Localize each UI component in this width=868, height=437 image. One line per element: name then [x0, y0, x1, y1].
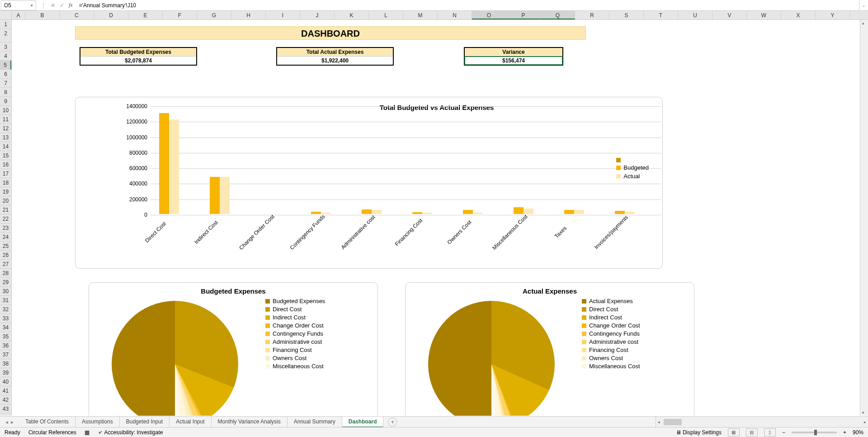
column-header-Y[interactable]: Y [816, 11, 850, 19]
check-icon[interactable]: ✓ [60, 2, 64, 9]
dropdown-icon[interactable]: ⋮ [41, 2, 46, 9]
row-header-20[interactable]: 20 [0, 196, 11, 205]
cancel-icon[interactable]: ✕ [51, 2, 55, 9]
zoom-plus[interactable]: + [843, 429, 846, 436]
row-header-27[interactable]: 27 [0, 260, 11, 269]
row-header-43[interactable]: 43 [0, 404, 11, 413]
column-header-Q[interactable]: Q [541, 11, 575, 19]
pie-chart-actual[interactable]: Actual Expenses Actual ExpensesDirect Co… [405, 282, 694, 416]
sheet-tab-assumptions[interactable]: Assumptions [75, 417, 120, 428]
zoom-level[interactable]: 90% [853, 429, 863, 436]
column-header-I[interactable]: I [266, 11, 300, 19]
column-header-U[interactable]: U [678, 11, 712, 19]
name-box[interactable]: O5 ▾ [1, 0, 36, 10]
view-page-layout-icon[interactable]: ▤ [746, 428, 758, 437]
row-header-31[interactable]: 31 [0, 296, 11, 305]
view-normal-icon[interactable]: ▦ [728, 428, 740, 437]
row-header-21[interactable]: 21 [0, 205, 11, 214]
row-header-7[interactable]: 7 [0, 79, 11, 88]
row-header-35[interactable]: 35 [0, 332, 11, 341]
row-header-30[interactable]: 30 [0, 287, 11, 296]
column-header-L[interactable]: L [369, 11, 403, 19]
column-header-D[interactable]: D [94, 11, 128, 19]
horizontal-scrollbar[interactable] [656, 417, 868, 427]
add-sheet-button[interactable]: + [388, 418, 397, 427]
row-header-24[interactable]: 24 [0, 233, 11, 242]
column-header-O[interactable]: O [472, 11, 506, 19]
view-page-break-icon[interactable]: ▯ [764, 428, 776, 437]
formula-bar-expand[interactable]: ⌄ [859, 0, 868, 10]
row-header-3[interactable]: 3 [0, 43, 11, 52]
formula-input[interactable]: ='Annual Summary'!J10 [76, 2, 859, 9]
row-header-40[interactable]: 40 [0, 377, 11, 386]
vertical-scrollbar[interactable] [860, 20, 868, 416]
column-header-W[interactable]: W [747, 11, 781, 19]
column-header-X[interactable]: X [781, 11, 816, 19]
row-header-32[interactable]: 32 [0, 305, 11, 314]
row-header-14[interactable]: 14 [0, 142, 11, 151]
bar-chart[interactable]: Total Budgeted vs Actual Expenses 020000… [75, 97, 663, 269]
chevron-down-icon[interactable]: ▾ [31, 3, 33, 8]
column-header-A[interactable]: A [12, 11, 25, 19]
row-header-23[interactable]: 23 [0, 223, 11, 233]
fx-icon[interactable]: fx [69, 2, 73, 9]
macro-record-icon[interactable]: ▦ [85, 429, 90, 436]
sheet-tab-monthly-variance-analysis[interactable]: Monthly Variance Analysis [212, 417, 288, 428]
row-header-41[interactable]: 41 [0, 386, 11, 395]
column-header-V[interactable]: V [712, 11, 747, 19]
row-header-13[interactable]: 13 [0, 133, 11, 142]
column-header-T[interactable]: T [644, 11, 678, 19]
row-header-12[interactable]: 12 [0, 124, 11, 133]
row-header-17[interactable]: 17 [0, 169, 11, 178]
tab-next-icon[interactable]: ▸ [11, 419, 14, 425]
row-header-10[interactable]: 10 [0, 106, 11, 115]
tab-prev-icon[interactable]: ◂ [5, 419, 8, 425]
row-header-11[interactable]: 11 [0, 115, 11, 124]
metric-variance[interactable]: Variance $156,474 [464, 47, 563, 66]
display-settings[interactable]: 🖥 Display Settings [676, 429, 722, 436]
column-header-E[interactable]: E [128, 11, 163, 19]
column-header-F[interactable]: F [163, 11, 197, 19]
accessibility-status[interactable]: 🗸 Accessibility: Investigate [98, 429, 163, 436]
row-header-33[interactable]: 33 [0, 314, 11, 323]
row-header-26[interactable]: 26 [0, 251, 11, 260]
column-header-P[interactable]: P [506, 11, 541, 19]
column-header-H[interactable]: H [231, 11, 266, 19]
row-header-42[interactable]: 42 [0, 395, 11, 404]
zoom-minus[interactable]: − [782, 429, 785, 436]
sheet-tab-actual-input[interactable]: Actual Input [170, 417, 211, 428]
sheet-tab-budgeted-input[interactable]: Budgeted Input [120, 417, 170, 428]
row-header-36[interactable]: 36 [0, 341, 11, 350]
row-header-28[interactable]: 28 [0, 269, 11, 278]
row-header-2[interactable]: 2 [0, 29, 11, 43]
row-header-37[interactable]: 37 [0, 350, 11, 359]
spreadsheet-canvas[interactable]: DASHBOARD Total Budgeted Expenses $2,078… [12, 20, 860, 416]
column-header-J[interactable]: J [300, 11, 335, 19]
row-header-19[interactable]: 19 [0, 187, 11, 196]
column-header-R[interactable]: R [575, 11, 609, 19]
sheet-tab-annual-summary[interactable]: Annual Summary [288, 417, 342, 428]
sheet-tab-dashboard[interactable]: Dashboard [342, 417, 384, 428]
sheet-tab-table-of-contents[interactable]: Table Of Contents [19, 417, 75, 428]
row-header-39[interactable]: 39 [0, 368, 11, 377]
column-header-K[interactable]: K [335, 11, 369, 19]
row-header-25[interactable]: 25 [0, 242, 11, 251]
row-header-15[interactable]: 15 [0, 151, 11, 160]
column-header-G[interactable]: G [197, 11, 231, 19]
column-header-S[interactable]: S [609, 11, 644, 19]
column-header-C[interactable]: C [60, 11, 94, 19]
row-header-1[interactable]: 1 [0, 20, 11, 29]
row-header-34[interactable]: 34 [0, 323, 11, 332]
row-header-6[interactable]: 6 [0, 70, 11, 79]
row-header-38[interactable]: 38 [0, 359, 11, 368]
row-header-9[interactable]: 9 [0, 97, 11, 106]
row-header-4[interactable]: 4 [0, 52, 11, 61]
row-header-8[interactable]: 8 [0, 88, 11, 97]
row-header-29[interactable]: 29 [0, 278, 11, 287]
row-header-22[interactable]: 22 [0, 214, 11, 223]
zoom-slider[interactable] [792, 432, 837, 433]
column-header-B[interactable]: B [25, 11, 60, 19]
select-all-corner[interactable] [0, 11, 12, 19]
column-header-N[interactable]: N [438, 11, 472, 19]
row-header-18[interactable]: 18 [0, 178, 11, 187]
